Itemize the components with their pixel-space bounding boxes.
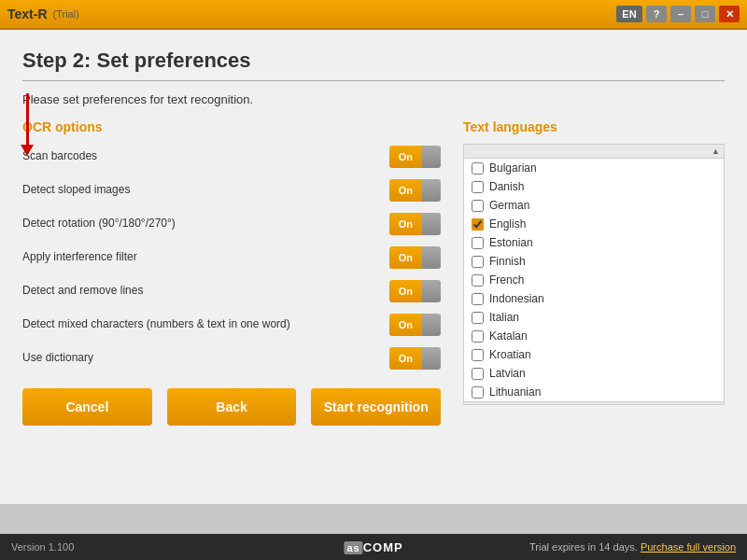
ocr-option-label: Detect and remove lines — [22, 284, 389, 299]
languages-list: BulgarianDanishGermanEnglishEstonianFinn… — [464, 159, 724, 401]
help-button[interactable]: ? — [646, 6, 667, 22]
toggle-on-button[interactable]: On — [389, 213, 422, 235]
language-checkbox[interactable] — [472, 293, 484, 305]
language-checkbox[interactable] — [472, 386, 484, 399]
purchase-link[interactable]: Purchase full version — [641, 541, 736, 553]
ocr-option-label: Detect rotation (90°/180°/270°) — [22, 217, 389, 231]
toggle-on-button[interactable]: On — [389, 179, 422, 202]
app-title: Text-R — [7, 7, 48, 21]
language-checkbox[interactable] — [472, 162, 484, 175]
close-button[interactable]: ✕ — [719, 6, 740, 22]
toggle-off-button[interactable] — [422, 213, 441, 235]
language-checkbox[interactable] — [472, 312, 484, 324]
scroll-top: ▲ — [464, 145, 724, 159]
language-checkbox[interactable] — [472, 368, 484, 380]
language-label: English — [489, 217, 526, 231]
toggle-on-button[interactable]: On — [389, 146, 422, 168]
arrow-line — [26, 93, 29, 149]
ocr-option-label: Apply interference filter — [22, 250, 389, 265]
toggle-off-button[interactable] — [422, 347, 441, 370]
scroll-down-arrow[interactable]: ▼ — [712, 404, 720, 405]
ocr-options-list: Scan barcodesOnDetect sloped imagesOnDet… — [22, 144, 441, 371]
toggle-switch[interactable]: On — [389, 179, 441, 202]
language-item[interactable]: Latvian — [464, 364, 724, 383]
language-checkbox[interactable] — [472, 200, 484, 212]
language-checkbox[interactable] — [472, 218, 484, 231]
toggle-off-button[interactable] — [422, 314, 441, 336]
language-label: Kroatian — [489, 348, 531, 361]
languages-section-title: Text languages — [463, 119, 725, 134]
toggle-switch[interactable]: On — [389, 280, 441, 302]
language-label: Latvian — [489, 367, 526, 380]
toggle-off-button[interactable] — [422, 179, 441, 202]
language-label: German — [489, 199, 529, 212]
toggle-off-button[interactable] — [422, 146, 441, 168]
language-item[interactable]: Lithuanian — [464, 383, 724, 401]
toggle-switch[interactable]: On — [389, 347, 441, 370]
trial-info: Trial expires in 14 days. Purchase full … — [529, 541, 736, 553]
ocr-row: Use dictionaryOn — [22, 345, 441, 371]
ocr-row: Detect rotation (90°/180°/270°)On — [22, 211, 441, 237]
title-bar: Text-R (Trial) EN ? – □ ✕ — [0, 0, 747, 30]
buttons-row: Cancel Back Start recognition — [22, 388, 441, 426]
lang-button[interactable]: EN — [616, 6, 642, 22]
divider — [22, 80, 725, 81]
page-title: Step 2: Set preferences — [22, 49, 725, 73]
language-item[interactable]: Kroatian — [464, 345, 724, 364]
ocr-option-label: Detect sloped images — [22, 183, 389, 198]
language-item[interactable]: Danish — [464, 177, 724, 196]
language-item[interactable]: Italian — [464, 308, 724, 327]
language-checkbox[interactable] — [472, 274, 484, 287]
arrow-head — [21, 145, 34, 156]
toggle-on-button[interactable]: On — [389, 347, 422, 370]
language-item[interactable]: Indonesian — [464, 289, 724, 308]
minimize-button[interactable]: – — [670, 6, 691, 22]
ocr-row: Detect sloped imagesOn — [22, 177, 441, 203]
language-label: Finnish — [489, 255, 526, 268]
status-bar: Version 1.100 asCOMP Trial expires in 14… — [0, 534, 747, 560]
toggle-switch[interactable]: On — [389, 146, 441, 168]
language-checkbox[interactable] — [472, 181, 484, 193]
back-button[interactable]: Back — [167, 388, 297, 426]
toggle-off-button[interactable] — [422, 280, 441, 302]
language-checkbox[interactable] — [472, 237, 484, 249]
language-checkbox[interactable] — [472, 256, 484, 268]
language-item[interactable]: English — [464, 215, 724, 233]
language-label: Italian — [489, 311, 519, 324]
cancel-button[interactable]: Cancel — [22, 388, 152, 426]
ocr-row: Apply interference filterOn — [22, 245, 441, 271]
ocr-section-title: OCR options — [22, 119, 441, 134]
ocr-row: Detect mixed characters (numbers & text … — [22, 312, 441, 338]
trial-label: (Trial) — [53, 8, 79, 20]
toggle-on-button[interactable]: On — [389, 246, 422, 269]
toggle-on-button[interactable]: On — [389, 280, 422, 302]
trial-expires-text: Trial expires in 14 days. — [529, 541, 638, 553]
logo-area: asCOMP — [344, 540, 402, 554]
toggle-on-button[interactable]: On — [389, 314, 422, 336]
main-content: Step 2: Set preferences Please set prefe… — [0, 30, 747, 504]
scroll-bottom: ▼ — [464, 401, 724, 405]
languages-list-box[interactable]: ▲ BulgarianDanishGermanEnglishEstonianFi… — [463, 144, 725, 405]
language-label: Danish — [489, 180, 524, 193]
scroll-up-arrow[interactable]: ▲ — [712, 147, 720, 156]
toggle-off-button[interactable] — [422, 246, 441, 269]
ocr-option-label: Use dictionary — [22, 351, 389, 366]
language-label: Lithuanian — [489, 385, 541, 399]
language-checkbox[interactable] — [472, 330, 484, 343]
language-checkbox[interactable] — [472, 349, 484, 361]
toggle-switch[interactable]: On — [389, 314, 441, 336]
ocr-option-label: Detect mixed characters (numbers & text … — [22, 317, 389, 332]
start-recognition-button[interactable]: Start recognition — [311, 388, 441, 426]
language-item[interactable]: Bulgarian — [464, 159, 724, 177]
language-label: French — [489, 273, 524, 287]
ocr-options-section: OCR options Scan barcodesOnDetect sloped… — [22, 119, 441, 426]
languages-section: Text languages ▲ BulgarianDanishGermanEn… — [463, 119, 725, 426]
toggle-switch[interactable]: On — [389, 246, 441, 269]
toggle-switch[interactable]: On — [389, 213, 441, 235]
language-item[interactable]: German — [464, 196, 724, 215]
language-item[interactable]: Finnish — [464, 252, 724, 271]
language-item[interactable]: Katalan — [464, 327, 724, 345]
maximize-button[interactable]: □ — [695, 6, 715, 22]
language-item[interactable]: French — [464, 271, 724, 289]
language-item[interactable]: Estonian — [464, 233, 724, 252]
